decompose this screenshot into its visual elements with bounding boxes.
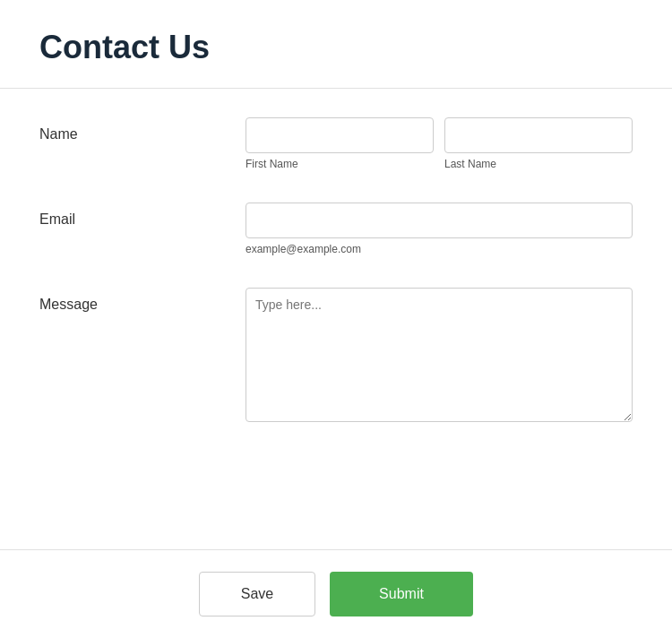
save-button[interactable]: Save [199,572,315,616]
first-name-input[interactable] [246,117,434,153]
contact-form: Name First Name Last Name Email [0,89,672,550]
message-label: Message [39,288,246,313]
page-header: Contact Us [0,0,672,89]
name-row: Name First Name Last Name [39,117,633,170]
email-hint: example@example.com [246,243,633,255]
footer-actions: Save Submit [0,550,672,638]
name-inputs-container: First Name Last Name [246,117,633,170]
name-label: Name [39,117,246,142]
first-name-group: First Name [246,117,434,170]
submit-button[interactable]: Submit [330,572,473,616]
email-row: Email example@example.com [39,203,633,255]
email-label: Email [39,203,246,228]
name-fields: First Name Last Name [246,117,633,170]
email-field-container: example@example.com [246,203,633,255]
message-textarea[interactable] [246,288,633,422]
last-name-group: Last Name [444,117,633,170]
message-row: Message [39,288,633,426]
last-name-input[interactable] [444,117,633,153]
page-container: Contact Us Name First Name Last Name [0,0,672,638]
email-input[interactable] [246,203,633,238]
first-name-sublabel: First Name [246,158,434,170]
page-title: Contact Us [39,29,633,66]
message-field-container [246,288,633,426]
last-name-sublabel: Last Name [444,158,633,170]
